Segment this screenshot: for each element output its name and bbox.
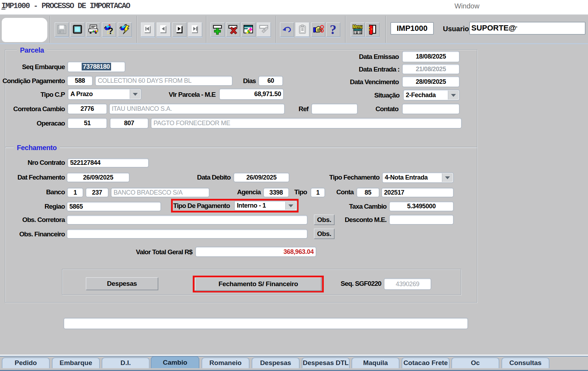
svg-text:?: ?: [330, 23, 336, 35]
svg-text:Menu: Menu: [353, 24, 363, 29]
svg-text:?: ?: [108, 26, 113, 35]
